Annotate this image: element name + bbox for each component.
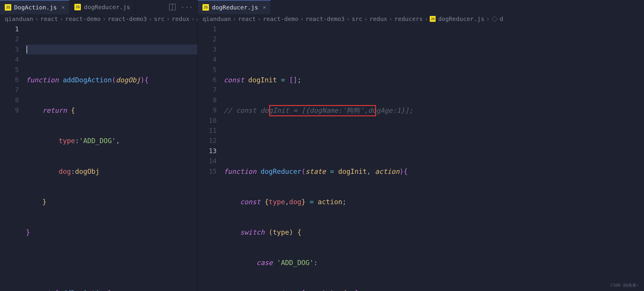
right-editor-group: JS dogReducer.js × qianduan› react› reac… <box>197 0 644 291</box>
symbol-icon <box>492 16 498 22</box>
code-left[interactable]: function addDogAction(dogObj){ return { … <box>26 24 197 291</box>
tab-label: DogAction.js <box>14 4 57 11</box>
breadcrumb-right[interactable]: qianduan› react› react-demo› react-demo3… <box>198 14 644 24</box>
tab-label: dogReducer.js <box>84 4 130 11</box>
crumb[interactable]: src <box>154 15 165 22</box>
crumb[interactable]: qianduan <box>202 15 231 22</box>
crumb[interactable]: react-demo <box>65 15 101 22</box>
js-icon: JS <box>430 16 436 22</box>
more-icon[interactable]: ··· <box>181 4 193 11</box>
crumb[interactable]: react-demo <box>263 15 298 22</box>
crumb[interactable]: react-demo3 <box>108 15 147 22</box>
js-icon: JS <box>202 4 209 11</box>
tab-label: dogReducer.js <box>212 4 258 11</box>
crumb[interactable]: react <box>238 15 256 22</box>
gutter-right: 1 2 3 4 5 6 7 8 9 10 11 12 13 14 15 <box>198 24 224 291</box>
crumb-file[interactable]: dogReducer.js <box>438 15 484 22</box>
crumb-symbol[interactable]: d <box>500 15 503 22</box>
js-icon: JS <box>5 4 11 11</box>
text-cursor <box>27 46 27 53</box>
close-icon[interactable]: × <box>62 4 65 10</box>
editor-right[interactable]: 1 2 3 4 5 6 7 8 9 10 11 12 13 14 15 cons… <box>198 24 644 291</box>
crumb[interactable]: redux <box>172 15 189 22</box>
crumb[interactable]: qianduan <box>5 15 33 22</box>
tabs-right: JS dogReducer.js × <box>198 0 644 14</box>
left-editor-group: JS DogAction.js × JS dogReducer.js ··· q… <box>0 0 197 291</box>
crumb[interactable]: react <box>40 15 58 22</box>
js-icon: JS <box>74 4 81 10</box>
split-editor-icon[interactable] <box>169 4 176 10</box>
crumb[interactable]: reducers <box>394 15 423 22</box>
tabs-left: JS DogAction.js × JS dogReducer.js ··· <box>0 0 197 14</box>
editor-left[interactable]: 1 2 3 4 5 6 7 8 9 function addDogAction(… <box>0 24 197 291</box>
watermark: CSDN @@素素~ <box>611 283 639 288</box>
gutter-left: 1 2 3 4 5 6 7 8 9 <box>0 24 26 291</box>
code-right[interactable]: const dogInit = []; // const dogInit = [… <box>224 24 644 291</box>
crumb[interactable]: redux <box>370 15 387 22</box>
crumb[interactable]: src <box>352 15 362 22</box>
tab-actions-left: ··· <box>165 4 197 11</box>
breadcrumb-left[interactable]: qianduan› react› react-demo› react-demo3… <box>0 14 197 24</box>
crumb[interactable]: react-demo3 <box>305 15 344 22</box>
close-icon[interactable]: × <box>263 4 266 10</box>
tab-dogaction[interactable]: JS DogAction.js × <box>0 0 70 14</box>
tab-dogreducer-right[interactable]: JS dogReducer.js × <box>198 0 271 14</box>
tab-dogreducer-left[interactable]: JS dogReducer.js <box>70 0 135 14</box>
